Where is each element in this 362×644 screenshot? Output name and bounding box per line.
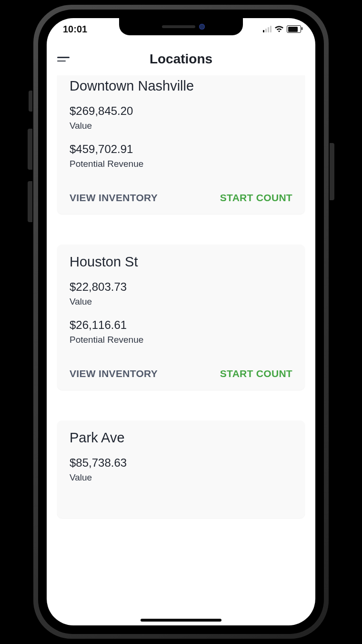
battery-icon — [287, 25, 301, 33]
start-count-button[interactable]: START COUNT — [220, 192, 292, 204]
phone-volume-down — [28, 181, 32, 222]
cellular-signal-icon — [263, 26, 272, 32]
location-potential-amount: $26,116.61 — [70, 318, 292, 332]
phone-mute-switch — [29, 91, 32, 112]
wifi-icon — [274, 26, 284, 32]
start-count-button[interactable]: START COUNT — [220, 368, 292, 379]
phone-power-button — [330, 143, 334, 200]
location-name: Houston St — [70, 254, 292, 270]
status-time: 10:01 — [63, 24, 87, 35]
location-value-amount: $85,738.63 — [70, 456, 292, 470]
phone-frame: 10:01 Location — [33, 5, 329, 639]
location-value-amount: $269,845.20 — [70, 104, 292, 118]
location-card: Downtown Nashville $269,845.20 Value $45… — [57, 75, 305, 214]
menu-icon[interactable] — [57, 57, 71, 61]
view-inventory-button[interactable]: VIEW INVENTORY — [70, 368, 158, 379]
location-name: Downtown Nashville — [70, 78, 292, 94]
location-value-label: Value — [70, 472, 292, 483]
phone-notch — [119, 18, 243, 35]
location-card: Park Ave $85,738.63 Value — [57, 420, 305, 518]
home-indicator[interactable] — [141, 619, 221, 622]
page-title: Locations — [150, 51, 212, 67]
phone-volume-up — [28, 129, 32, 170]
location-value-amount: $22,803.73 — [70, 280, 292, 294]
location-potential-label: Potential Revenue — [70, 335, 292, 345]
location-value-label: Value — [70, 296, 292, 307]
screen: 10:01 Location — [47, 18, 315, 625]
location-card: Houston St $22,803.73 Value $26,116.61 P… — [57, 245, 305, 390]
app-header: Locations — [47, 45, 315, 73]
location-value-label: Value — [70, 121, 292, 131]
content-scroll[interactable]: Downtown Nashville $269,845.20 Value $45… — [47, 75, 315, 625]
view-inventory-button[interactable]: VIEW INVENTORY — [70, 192, 158, 204]
location-name: Park Ave — [70, 430, 292, 446]
phone-speaker — [162, 25, 195, 28]
location-potential-label: Potential Revenue — [70, 159, 292, 169]
location-potential-amount: $459,702.91 — [70, 143, 292, 156]
phone-camera — [199, 24, 205, 30]
